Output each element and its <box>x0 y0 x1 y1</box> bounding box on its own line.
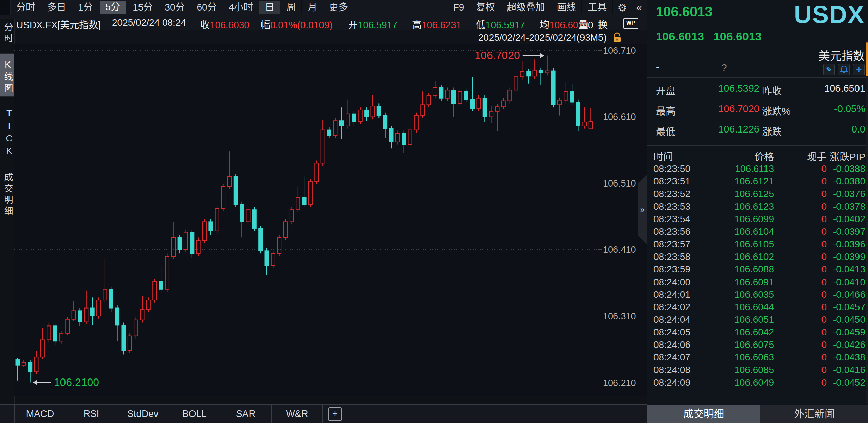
trade-row[interactable]: 08:24:00106.60910-0.0410 <box>647 276 868 288</box>
trade-row[interactable]: 08:24:06106.60750-0.0426 <box>647 338 868 351</box>
candle-down <box>109 289 113 308</box>
period-tab-周[interactable]: 周 <box>280 1 302 14</box>
trade-time: 08:23:58 <box>653 250 709 263</box>
candle-up <box>203 222 206 240</box>
indicator-tab-W&R[interactable]: W&R <box>272 405 323 423</box>
trade-row[interactable]: 08:24:07106.60630-0.0438 <box>647 351 868 364</box>
indicator-tab-StdDev[interactable]: StdDev <box>117 405 169 423</box>
symbol-code: USDX <box>794 1 865 29</box>
low-price-annotation: 106.2100 <box>54 376 99 388</box>
trade-pip: -0.0396 <box>827 238 865 250</box>
tool-button-画线[interactable]: 画线 <box>551 1 582 14</box>
tool-button-F9[interactable]: F9 <box>447 1 470 14</box>
sidebar-item-TICK[interactable]: TICK <box>0 97 14 166</box>
trade-price: 106.6102 <box>709 250 774 263</box>
candle-up <box>227 176 231 186</box>
trade-row[interactable]: 08:24:08106.60850-0.0416 <box>647 364 868 376</box>
sidebar-item-分时图[interactable]: 分时图 <box>0 19 14 54</box>
panel-expander-handle[interactable]: » <box>638 174 647 245</box>
candle-up <box>508 90 512 101</box>
trade-price: 106.6085 <box>709 364 774 376</box>
trade-row[interactable]: 08:23:53106.61230-0.0378 <box>647 200 868 213</box>
candle-up <box>103 289 107 300</box>
period-tab-分时[interactable]: 分时 <box>11 1 41 14</box>
period-tab-1分[interactable]: 1分 <box>72 1 99 14</box>
trade-row[interactable]: 08:23:54106.60990-0.0402 <box>647 213 868 225</box>
trade-row[interactable]: 08:23:58106.61020-0.0399 <box>647 250 868 263</box>
collapse-panel-icon[interactable]: « <box>631 2 647 13</box>
indicator-tab-SAR[interactable]: SAR <box>220 405 272 423</box>
candle-up <box>533 70 537 76</box>
trade-volume: 0 <box>774 175 827 188</box>
period-tab-30分[interactable]: 30分 <box>159 1 191 14</box>
indicator-tab-MACD[interactable]: MACD <box>15 405 66 423</box>
add-watch-icon[interactable]: + <box>853 64 865 75</box>
candle-down <box>452 90 456 103</box>
col-header-价格: 价格 <box>709 149 774 163</box>
unlock-icon[interactable] <box>611 32 623 45</box>
trade-row[interactable]: 08:23:50106.61130-0.0388 <box>647 162 868 175</box>
period-tab-多日[interactable]: 多日 <box>41 1 72 14</box>
panel-tab-外汇新闻[interactable]: 外汇新闻 <box>760 405 868 423</box>
trade-time: 08:24:06 <box>653 338 709 351</box>
panel-tab-成交明细[interactable]: 成交明细 <box>647 405 760 423</box>
candlestick-chart[interactable]: 106.710106.610106.510106.410106.310106.2… <box>14 44 647 396</box>
tool-button-超级叠加[interactable]: 超级叠加 <box>501 1 551 14</box>
alert-bell-icon[interactable] <box>838 64 850 75</box>
stat-value: 106.1226 <box>718 124 759 135</box>
trade-row[interactable]: 08:23:52106.61250-0.0376 <box>647 188 868 200</box>
trade-row[interactable]: 08:23:51106.61210-0.0380 <box>647 175 868 188</box>
trade-volume: 0 <box>774 162 827 175</box>
tool-button-复权[interactable]: 复权 <box>470 1 501 14</box>
settings-gear-icon[interactable]: ⚙ <box>613 2 631 14</box>
period-tab-更多[interactable]: 更多 <box>323 1 354 14</box>
trade-pip: -0.0459 <box>827 326 865 338</box>
stat-row-开盘: 开盘106.5392昨收106.6501 <box>647 83 868 103</box>
symbol-name-cn: 美元指数 <box>818 47 865 64</box>
trade-row[interactable]: 08:24:05106.60420-0.0459 <box>647 326 868 338</box>
trade-volume: 0 <box>774 351 827 364</box>
trade-row[interactable]: 08:23:59106.60880-0.0413 <box>647 263 868 276</box>
indicator-tab-BOLL[interactable]: BOLL <box>169 405 220 423</box>
trade-row[interactable]: 08:24:04106.60510-0.0450 <box>647 313 868 326</box>
sidebar-item-K线图[interactable]: K线图 <box>0 54 14 97</box>
trade-price: 106.6125 <box>709 188 774 200</box>
trade-price: 106.6104 <box>709 225 774 238</box>
question-mark-icon[interactable]: ? <box>721 62 727 73</box>
period-tab-5分[interactable]: 5分 <box>100 1 127 14</box>
period-tab-月[interactable]: 月 <box>302 1 323 14</box>
scrollbar-thumb[interactable] <box>866 42 868 76</box>
stat-value: 0.0 <box>852 124 865 135</box>
trade-row[interactable]: 08:23:56106.61040-0.0397 <box>647 225 868 238</box>
candle-up <box>22 363 26 365</box>
candle-down <box>527 72 530 76</box>
trades-table[interactable]: 08:23:50106.61130-0.038808:23:51106.6121… <box>647 162 868 389</box>
trade-pip: -0.0416 <box>827 364 865 376</box>
trade-row[interactable]: 08:24:02106.60440-0.0457 <box>647 301 868 313</box>
candle-up <box>246 210 250 222</box>
trade-time: 08:23:53 <box>653 200 709 213</box>
candle-up <box>184 232 188 250</box>
trade-row[interactable]: 08:24:01106.60350-0.0466 <box>647 288 868 301</box>
wp-window-icon[interactable]: WP <box>623 18 638 29</box>
candle-up <box>358 110 362 121</box>
bid-price: 106.6013 <box>656 30 704 43</box>
period-tab-日[interactable]: 日 <box>259 1 280 14</box>
stat-value: -0.05% <box>834 103 865 114</box>
trade-price: 106.6091 <box>709 276 774 288</box>
period-tab-15分[interactable]: 15分 <box>127 1 159 14</box>
trade-row[interactable]: 08:23:57106.61050-0.0396 <box>647 238 868 250</box>
panel-scrollbar[interactable] <box>866 40 868 404</box>
sidebar-item-成交明细[interactable]: 成交明细 <box>0 166 14 220</box>
period-tab-60分[interactable]: 60分 <box>191 1 223 14</box>
candle-up <box>502 101 505 107</box>
tool-button-工具[interactable]: 工具 <box>582 1 613 14</box>
stat-label: 开盘 <box>656 83 676 97</box>
edit-pencil-icon[interactable]: ✎ <box>823 64 835 75</box>
add-indicator-icon[interactable]: + <box>328 407 342 421</box>
trade-row[interactable]: 08:24:09106.60490-0.0452 <box>647 376 868 389</box>
indicator-tab-RSI[interactable]: RSI <box>66 405 117 423</box>
stat-label: 涨跌% <box>762 103 791 118</box>
trade-pip: -0.0466 <box>827 288 865 301</box>
period-tab-4小时[interactable]: 4小时 <box>223 1 259 14</box>
